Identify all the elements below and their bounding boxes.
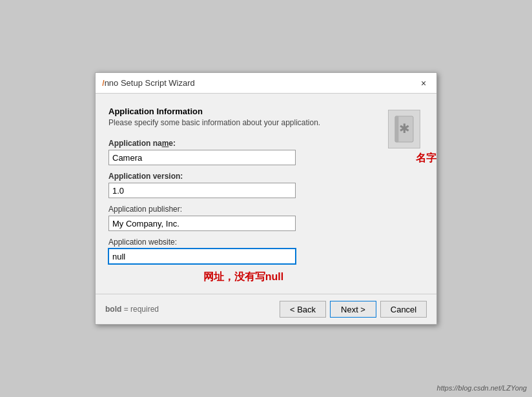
website-annotation: 网址，没有写null [108,270,378,284]
application-publisher-input[interactable] [108,216,296,231]
field-group-website: Application website: [108,238,378,264]
svg-rect-1 [395,116,398,142]
footer-buttons: < Back Next > Cancel [280,301,427,318]
application-version-input[interactable] [108,183,296,198]
title-rest: nno Setup Script Wizard [105,78,195,88]
book-icon-svg: ✱ [393,115,416,143]
name-underline: m [162,139,169,148]
close-button[interactable]: × [417,77,430,90]
svg-text:✱: ✱ [399,121,410,136]
footer-hint: bold = required [105,305,159,314]
name-label: Application name: [108,139,378,148]
website-label: Application website: [108,238,378,247]
hint-bold: bold [105,305,121,314]
application-name-input[interactable] [108,150,296,165]
section-description: Please specify some basic information ab… [108,118,378,127]
hint-text: = required [121,305,159,314]
field-group-name: Application name: 名字 [108,139,378,165]
cancel-button[interactable]: Cancel [380,301,427,318]
form-section: Application Information Please specify s… [108,107,378,287]
next-button[interactable]: Next > [330,301,376,318]
back-button[interactable]: < Back [280,301,326,318]
watermark: https://blog.csdn.net/LZYong [437,384,527,392]
footer: bold = required < Back Next > Cancel [96,294,436,324]
publisher-label: Application publisher: [108,205,378,214]
name-annotation: 名字 [416,152,436,165]
field-group-publisher: Application publisher: [108,205,378,231]
version-label: Application version: [108,172,378,181]
window-title: Inno Setup Script Wizard [102,78,195,88]
content-area: Application Information Please specify s… [96,94,436,294]
wizard-icon: ✱ [388,110,420,148]
dialog-window: Inno Setup Script Wizard × Application I… [95,72,437,325]
field-group-version: Application version: [108,172,378,198]
desktop: Inno Setup Script Wizard × Application I… [0,0,532,397]
titlebar: Inno Setup Script Wizard × [96,73,436,94]
section-title: Application Information [108,107,378,116]
application-website-input[interactable] [108,249,296,264]
icon-area: ✱ [385,107,424,287]
